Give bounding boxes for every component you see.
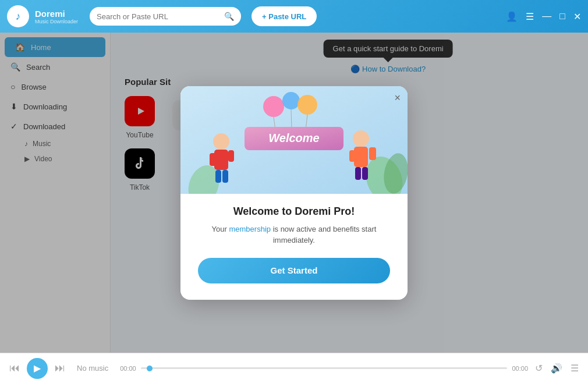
play-icon: ▶ [34,363,41,374]
modal-illustration: × [180,86,408,194]
progress-bar[interactable] [141,367,508,369]
next-button[interactable]: ⏭ [55,362,65,374]
welcome-modal: × [180,86,408,300]
modal-description: Your membership is now active and benefi… [198,224,390,246]
app-logo: ♪ [7,5,29,27]
maximize-icon[interactable]: □ [559,11,565,22]
svg-rect-22 [215,170,221,183]
app-name: Doremi [35,9,78,19]
svg-rect-27 [369,147,376,160]
prev-icon: ⏮ [9,362,20,374]
time-current: 00:00 [120,365,136,372]
main-layout: 🏠 Home 🔍 Search ○ Browse ⬇ Downloading ✓… [0,33,588,353]
svg-point-11 [282,92,300,109]
prev-button[interactable]: ⏮ [9,362,20,374]
svg-text:Welcome: Welcome [268,132,319,144]
paste-url-button[interactable]: + Paste URL [252,6,317,26]
modal-body: Welcome to Doremi Pro! Your membership i… [180,194,408,300]
get-started-label: Get Started [271,265,318,275]
svg-point-12 [297,95,317,115]
illustration-svg: Welcome [180,86,408,194]
svg-rect-29 [362,167,368,180]
svg-rect-23 [222,170,228,183]
get-started-button[interactable]: Get Started [198,258,390,283]
close-icon[interactable]: ✕ [573,11,581,22]
title-bar: ♪ Doremi Music Downloader 🔍 + Paste URL … [0,0,588,33]
player-right-controls: ↺ 🔊 ☰ [535,363,579,374]
svg-point-18 [213,133,229,150]
svg-rect-28 [355,167,361,180]
svg-rect-20 [210,153,217,166]
repeat-icon[interactable]: ↺ [535,363,543,374]
svg-rect-25 [354,147,368,167]
content-area: Get a quick start guide to Doremi 🔵 How … [111,33,588,353]
modal-close-button[interactable]: × [394,92,401,104]
progress-dot [147,366,153,371]
svg-rect-26 [349,150,355,162]
modal-overlay[interactable]: × [111,33,588,353]
desc-part2: is now active and benefits start immedia… [271,225,376,245]
logo-icon: ♪ [16,10,21,23]
search-bar[interactable]: 🔍 [90,7,241,26]
time-total: 00:00 [512,365,528,372]
minimize-icon[interactable]: — [542,11,551,22]
playlist-icon[interactable]: ☰ [571,363,579,374]
modal-title: Welcome to Doremi Pro! [198,205,390,218]
next-icon: ⏭ [55,362,65,374]
svg-point-24 [353,130,369,147]
app-subtitle: Music Downloader [35,19,78,24]
no-music-label: No music [77,364,108,373]
progress-area: 00:00 00:00 [120,365,528,372]
search-icon[interactable]: 🔍 [224,12,234,21]
menu-icon[interactable]: ☰ [526,11,534,22]
svg-rect-21 [228,150,234,162]
volume-icon[interactable]: 🔊 [551,363,562,374]
user-icon[interactable]: 👤 [506,11,518,22]
play-button[interactable]: ▶ [27,358,48,379]
search-input[interactable] [97,12,224,21]
paste-url-label: + Paste URL [262,12,306,21]
modal-close-icon: × [394,92,401,104]
desc-highlight: membership [229,225,271,233]
title-bar-controls: 👤 ☰ — □ ✕ [506,11,581,22]
bottom-player: ⏮ ▶ ⏭ No music 00:00 00:00 ↺ 🔊 ☰ [0,353,588,383]
desc-part1: Your [212,225,229,233]
app-title-block: Doremi Music Downloader [35,9,78,24]
svg-point-10 [263,96,284,117]
